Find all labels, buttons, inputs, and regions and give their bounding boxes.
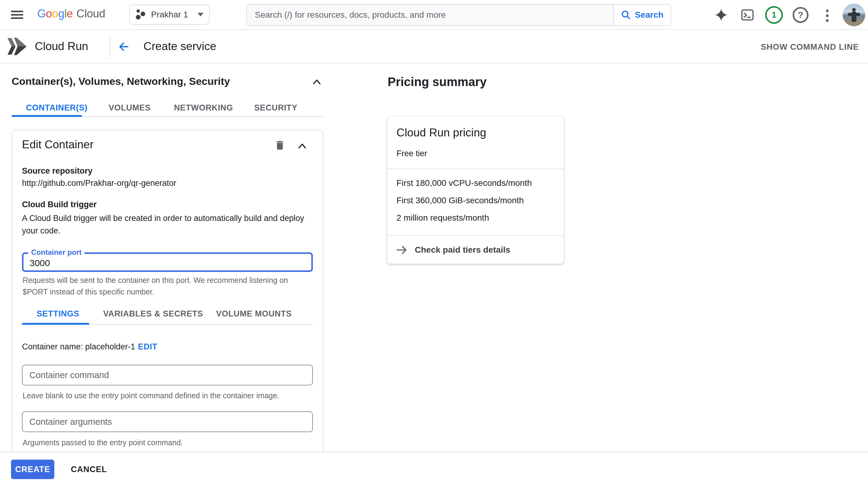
product-title: Cloud Run [35,40,88,53]
logo-cloud-word: Cloud [76,7,105,20]
tab-networking[interactable]: NETWORKING [174,103,233,112]
global-search: Search [246,4,671,26]
create-button[interactable]: CREATE [11,460,54,479]
delete-container-icon[interactable] [274,139,286,151]
cloud-shell-icon[interactable] [740,8,754,22]
container-command-helper: Leave blank to use the entry point comma… [23,390,306,401]
search-button[interactable]: Search [613,5,671,25]
check-paid-tiers-link[interactable]: Check paid tiers details [387,236,564,264]
pricing-summary-heading: Pricing summary [388,75,487,89]
divider [387,235,564,235]
container-command-input[interactable] [22,365,313,385]
section-heading: Container(s), Volumes, Networking, Secur… [11,75,230,87]
cloud-run-icon [5,35,28,58]
project-name: Prakhar 1 [151,10,193,20]
source-repository-label: Source repository [22,166,92,176]
back-arrow-icon[interactable] [117,40,130,54]
collapse-section-icon[interactable] [311,77,322,86]
footer-divider [0,452,868,452]
divider [110,36,110,57]
pricing-free-tier: Free tier [397,149,427,158]
page-header-bar [0,30,868,63]
page-title: Create service [144,40,216,53]
cancel-button[interactable]: CANCEL [68,460,110,479]
check-paid-tiers-label: Check paid tiers details [415,245,510,255]
inner-active-tab-indicator [22,323,89,325]
chevron-down-icon [197,13,204,17]
pricing-item: 2 million requests/month [397,213,489,223]
card-title: Edit Container [22,138,93,151]
container-arguments-helper: Arguments passed to the entry point comm… [23,437,306,448]
google-cloud-logo[interactable]: GoogleCloud [37,7,105,20]
avatar[interactable] [843,4,865,26]
gemini-sparkle-icon[interactable] [714,8,728,22]
container-port-label: Container port [28,248,85,257]
logo-letter: e [66,7,73,20]
active-tab-indicator [11,115,82,117]
logo-letter: o [52,7,58,20]
cloud-build-trigger-text: A Cloud Build trigger will be created in… [22,212,313,237]
edit-container-name-link[interactable]: EDIT [138,342,157,352]
divider [387,168,564,169]
cloud-build-trigger-label: Cloud Build trigger [22,200,96,209]
container-name-label: Container name: placeholder-1 [22,342,135,352]
logo-letter: g [58,7,64,20]
pricing-item: First 180,000 vCPU-seconds/month [397,178,532,188]
top-app-bar: GoogleCloud Prakhar 1 Search [0,0,868,30]
collapse-card-icon[interactable] [297,141,308,150]
more-options-icon[interactable] [826,7,829,24]
help-icon[interactable]: ? [793,7,808,23]
tab-security[interactable]: SECURITY [254,103,297,112]
arrow-right-icon [395,244,408,256]
project-hexagons-icon [135,9,146,21]
tab-volumes[interactable]: VOLUMES [108,103,151,112]
project-selector[interactable]: Prakhar 1 [129,5,210,25]
search-button-label: Search [635,10,663,20]
notifications-badge[interactable]: 1 [765,6,783,24]
container-arguments-input[interactable] [22,411,313,432]
logo-letter: G [37,7,46,20]
menu-icon[interactable] [11,9,24,21]
search-icon [621,10,631,20]
tab-variables-secrets[interactable]: VARIABLES & SECRETS [103,309,203,319]
pricing-item: First 360,000 GiB-seconds/month [397,196,524,205]
show-command-line-button[interactable]: SHOW COMMAND LINE [761,42,859,52]
logo-letter: o [46,7,52,20]
pricing-card-title: Cloud Run pricing [397,126,486,139]
tab-volume-mounts[interactable]: VOLUME MOUNTS [216,309,292,319]
pricing-card: Cloud Run pricing Free tier First 180,00… [387,116,564,264]
tab-containers[interactable]: CONTAINER(S) [26,103,88,112]
notifications-count: 1 [772,10,776,20]
source-repository-value: http://github.com/Prakhar-org/qr-generat… [22,179,177,188]
container-port-helper: Requests will be sent to the container o… [23,275,297,297]
search-input[interactable] [247,5,613,25]
edit-container-card: Edit Container Source repository http://… [11,130,323,452]
tab-settings[interactable]: SETTINGS [37,309,79,319]
